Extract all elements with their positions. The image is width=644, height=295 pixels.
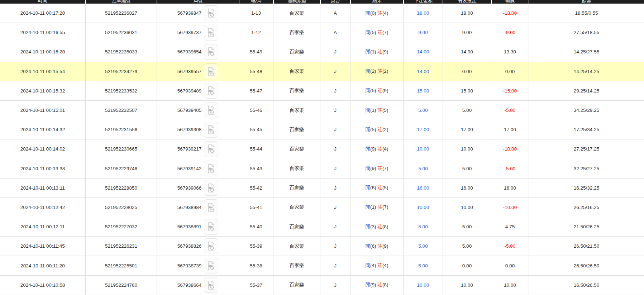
bet-record-row[interactable]: 2024-10-11 00:15:32 521952233532 5679394… bbox=[0, 81, 644, 101]
bet-amount-link[interactable]: 14.00 bbox=[417, 49, 429, 54]
round-number: 567939066 bbox=[177, 185, 202, 191]
bet-amount-link[interactable]: 5.00 bbox=[418, 108, 428, 113]
video-replay-button[interactable] bbox=[204, 277, 218, 293]
table-code: J bbox=[334, 282, 337, 288]
cell-bet-no: 521952232507 bbox=[85, 101, 157, 120]
bet-amount-link[interactable]: 5.00 bbox=[418, 224, 428, 229]
balance-before-after: 16.50/26.50 bbox=[574, 282, 599, 288]
bet-record-row[interactable]: 2024-10-11 00:17:20 521952236827 5679398… bbox=[0, 4, 644, 23]
col-header-bet-no-label: 注單編號 bbox=[86, 0, 157, 4]
cell-game-type: 百家樂 bbox=[273, 217, 320, 237]
bet-slip-number: 521952233532 bbox=[105, 88, 137, 94]
player-points: (1) bbox=[370, 49, 376, 54]
bet-record-row[interactable]: 2024-10-11 00:10:58 521952224760 5679386… bbox=[0, 276, 644, 295]
bet-record-row[interactable]: 2024-10-11 00:12:11 521952227032 5679388… bbox=[0, 217, 644, 237]
win-loss-value: -5.00 bbox=[505, 166, 516, 171]
video-replay-button[interactable] bbox=[204, 161, 218, 176]
table-code: A bbox=[334, 10, 337, 16]
cell-result: 閒(5) 莊(9) bbox=[350, 81, 403, 101]
cell-shoe-round: 55-37 bbox=[239, 276, 273, 295]
cell-result: 閒(5) 莊(2) bbox=[350, 120, 403, 139]
video-replay-button[interactable] bbox=[204, 258, 218, 273]
cell-table-code: J bbox=[320, 120, 350, 139]
video-file-icon bbox=[207, 125, 215, 134]
video-replay-button[interactable] bbox=[204, 199, 218, 215]
cell-table-code: J bbox=[320, 217, 350, 237]
shoe-round: 55-41 bbox=[250, 205, 262, 210]
round-number: 567938826 bbox=[177, 243, 202, 249]
valid-amount: 0.00 bbox=[462, 69, 472, 74]
video-replay-button[interactable] bbox=[204, 141, 218, 157]
shoe-round: 55-45 bbox=[250, 127, 262, 132]
banker-label: 莊 bbox=[377, 185, 382, 190]
banker-label: 莊 bbox=[377, 108, 382, 113]
cell-game-type: 百家樂 bbox=[273, 256, 320, 275]
bet-record-row[interactable]: 2024-10-11 00:15:01 521952232507 5679394… bbox=[0, 101, 644, 120]
bet-time: 2024-10-11 00:17:20 bbox=[20, 10, 65, 16]
bet-record-row[interactable]: 2024-10-11 00:15:54 521952234279 5679395… bbox=[0, 62, 644, 81]
bet-amount-link[interactable]: 5.00 bbox=[418, 263, 428, 268]
cell-bet-amount: 10.00 bbox=[403, 139, 443, 159]
balance-before-after: 14.25/14.25 bbox=[574, 69, 599, 74]
cell-game-type: 百家樂 bbox=[273, 159, 320, 179]
banker-points: (8) bbox=[382, 224, 388, 229]
col-header-balance: 餘額 bbox=[529, 0, 644, 4]
bet-record-row[interactable]: 2024-10-11 00:16:55 521952236031 5679397… bbox=[0, 23, 644, 42]
bet-record-row[interactable]: 2024-10-11 00:13:11 521952228850 5679390… bbox=[0, 179, 644, 198]
video-replay-button[interactable] bbox=[204, 44, 218, 60]
video-replay-button[interactable] bbox=[204, 122, 218, 138]
bet-record-row[interactable]: 2024-10-11 00:12:42 521952228025 5679389… bbox=[0, 198, 644, 217]
video-file-icon bbox=[207, 8, 215, 18]
bet-record-row[interactable]: 2024-10-11 00:14:02 521952230665 5679392… bbox=[0, 139, 644, 159]
video-replay-button[interactable] bbox=[204, 219, 218, 235]
win-loss-value: -10.00 bbox=[503, 205, 517, 210]
balance-before-after: 27.55/18.55 bbox=[574, 30, 599, 35]
bet-amount-link[interactable]: 14.00 bbox=[417, 69, 429, 74]
video-replay-button[interactable] bbox=[204, 5, 218, 21]
game-type: 百家樂 bbox=[290, 10, 304, 16]
bet-time: 2024-10-11 00:11:45 bbox=[20, 243, 65, 249]
bet-amount-link[interactable]: 10.00 bbox=[417, 282, 429, 288]
cell-game-type: 百家樂 bbox=[273, 81, 320, 101]
bet-amount-link[interactable]: 16.00 bbox=[417, 185, 429, 191]
cell-result: 閒(4) 莊(4) bbox=[350, 256, 403, 275]
video-replay-button[interactable] bbox=[204, 63, 218, 79]
bet-slip-number: 521952231556 bbox=[105, 127, 137, 132]
video-replay-button[interactable] bbox=[204, 238, 218, 254]
valid-amount: 5.00 bbox=[462, 108, 472, 113]
cell-result: 閒(9) 莊(4) bbox=[350, 139, 403, 159]
bet-record-row[interactable]: 2024-10-11 00:14:32 521952231556 5679393… bbox=[0, 120, 644, 139]
player-points: (9) bbox=[370, 146, 376, 152]
valid-amount: 17.00 bbox=[461, 127, 473, 132]
cell-table-code: J bbox=[320, 256, 350, 275]
bet-record-row[interactable]: 2024-10-11 00:11:20 521952225501 5679387… bbox=[0, 256, 644, 275]
table-code: J bbox=[334, 243, 337, 249]
cell-bet-amount: 9.00 bbox=[403, 23, 443, 42]
bet-amount-link[interactable]: 17.00 bbox=[417, 127, 429, 132]
cell-bet-amount: 18.00 bbox=[403, 4, 443, 23]
win-loss-value: 17.00 bbox=[504, 127, 516, 132]
bet-record-row[interactable]: 2024-10-11 00:13:38 521952229746 5679391… bbox=[0, 159, 644, 179]
cell-result: 閒(5) 莊(7) bbox=[350, 23, 403, 42]
bet-record-row[interactable]: 2024-10-11 00:11:45 521952226231 5679388… bbox=[0, 237, 644, 256]
video-replay-button[interactable] bbox=[204, 83, 218, 99]
bet-amount-link[interactable]: 5.00 bbox=[418, 243, 428, 249]
video-replay-button[interactable] bbox=[204, 180, 218, 196]
cell-balance: 18.55/0.55 bbox=[529, 4, 644, 23]
bet-amount-link[interactable]: 15.00 bbox=[417, 88, 429, 94]
bet-amount-link[interactable]: 5.00 bbox=[418, 166, 428, 171]
bet-record-row[interactable]: 2024-10-11 00:16:20 521952235033 5679396… bbox=[0, 42, 644, 62]
cell-bet-amount: 14.00 bbox=[403, 42, 443, 62]
table-code: J bbox=[334, 205, 337, 210]
cell-shoe-round: 55-47 bbox=[239, 81, 273, 101]
game-type: 百家樂 bbox=[290, 185, 304, 190]
bet-amount-link[interactable]: 18.00 bbox=[417, 10, 429, 16]
cell-table-code: J bbox=[320, 42, 350, 62]
bet-amount-link[interactable]: 10.00 bbox=[417, 146, 429, 152]
video-replay-button[interactable] bbox=[204, 103, 218, 118]
bet-amount-link[interactable]: 10.00 bbox=[417, 205, 429, 210]
video-replay-button[interactable] bbox=[204, 25, 218, 41]
cell-bet-no: 521952226231 bbox=[85, 237, 157, 256]
cell-win-loss: -10.00 bbox=[491, 139, 529, 159]
bet-amount-link[interactable]: 9.00 bbox=[418, 30, 428, 35]
